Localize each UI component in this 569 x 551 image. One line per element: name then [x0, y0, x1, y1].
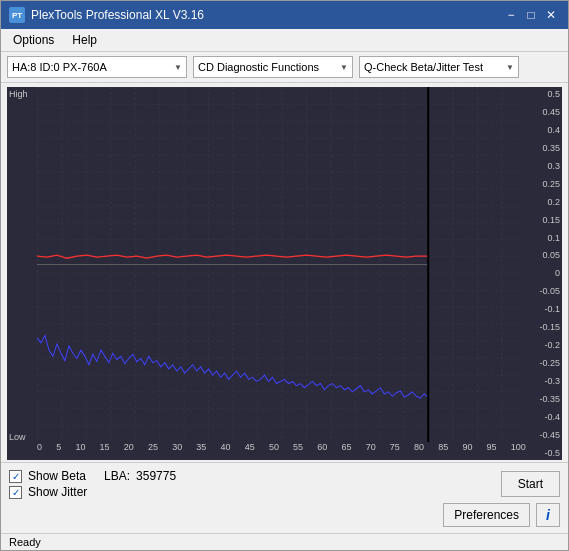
- show-jitter-row: ✓ Show Jitter: [9, 485, 176, 499]
- show-beta-row: ✓ Show Beta LBA: 359775: [9, 469, 176, 483]
- maximize-button[interactable]: □: [522, 6, 540, 24]
- function-value: CD Diagnostic Functions: [198, 61, 319, 73]
- chart-svg: [37, 87, 526, 442]
- window-title: PlexTools Professional XL V3.16: [31, 8, 204, 22]
- bottom-panel: ✓ Show Beta LBA: 359775 ✓ Show Jitter St…: [1, 462, 568, 533]
- app-icon: PT: [9, 7, 25, 23]
- device-dropdown-arrow: ▼: [174, 63, 182, 72]
- menu-bar: Options Help: [1, 29, 568, 52]
- preferences-button[interactable]: Preferences: [443, 503, 530, 527]
- toolbar: HA:8 ID:0 PX-760A ▼ CD Diagnostic Functi…: [1, 52, 568, 83]
- close-button[interactable]: ✕: [542, 6, 560, 24]
- title-bar-left: PT PlexTools Professional XL V3.16: [9, 7, 204, 23]
- y-axis-right: 0.5 0.45 0.4 0.35 0.3 0.25 0.2 0.15 0.1 …: [528, 87, 560, 460]
- chart-area: High Low 0.5 0.45 0.4 0.35 0.3 0.25 0.2 …: [7, 87, 562, 460]
- x-axis-labels: 0 5 10 15 20 25 30 35 40 45 50 55 60 65 …: [37, 442, 526, 460]
- show-beta-checkbox[interactable]: ✓: [9, 470, 22, 483]
- show-jitter-label: Show Jitter: [28, 485, 87, 499]
- chart-plot: [37, 87, 526, 442]
- minimize-button[interactable]: −: [502, 6, 520, 24]
- device-value: HA:8 ID:0 PX-760A: [12, 61, 107, 73]
- test-dropdown-arrow: ▼: [506, 63, 514, 72]
- test-value: Q-Check Beta/Jitter Test: [364, 61, 483, 73]
- function-dropdown[interactable]: CD Diagnostic Functions ▼: [193, 56, 353, 78]
- function-dropdown-arrow: ▼: [340, 63, 348, 72]
- main-window: PT PlexTools Professional XL V3.16 − □ ✕…: [0, 0, 569, 551]
- bottom-row2: Preferences i: [9, 503, 560, 527]
- title-controls: − □ ✕: [502, 6, 560, 24]
- status-bar: Ready: [1, 533, 568, 550]
- menu-help[interactable]: Help: [64, 31, 105, 49]
- menu-options[interactable]: Options: [5, 31, 62, 49]
- bottom-row1: ✓ Show Beta LBA: 359775 ✓ Show Jitter St…: [9, 469, 560, 499]
- show-beta-label: Show Beta: [28, 469, 86, 483]
- bottom-left: ✓ Show Beta LBA: 359775 ✓ Show Jitter: [9, 469, 176, 499]
- info-button[interactable]: i: [536, 503, 560, 527]
- test-dropdown[interactable]: Q-Check Beta/Jitter Test ▼: [359, 56, 519, 78]
- start-button[interactable]: Start: [501, 471, 560, 497]
- lba-value: 359775: [136, 469, 176, 483]
- low-label: Low: [9, 432, 26, 442]
- show-jitter-checkbox[interactable]: ✓: [9, 486, 22, 499]
- status-text: Ready: [9, 536, 41, 548]
- title-bar: PT PlexTools Professional XL V3.16 − □ ✕: [1, 1, 568, 29]
- high-label: High: [9, 89, 28, 99]
- device-dropdown[interactable]: HA:8 ID:0 PX-760A ▼: [7, 56, 187, 78]
- lba-label: LBA:: [104, 469, 130, 483]
